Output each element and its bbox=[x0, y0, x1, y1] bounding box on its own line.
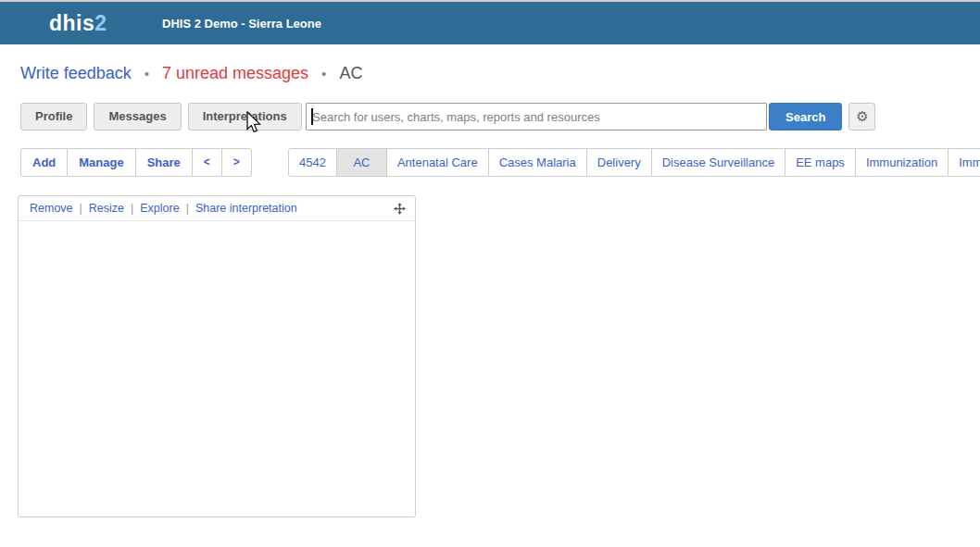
interpretations-button[interactable]: Interpretations bbox=[188, 103, 302, 131]
widget-resize-link[interactable]: Resize bbox=[89, 202, 124, 215]
separator-bullet: • bbox=[321, 66, 326, 81]
tab-delivery[interactable]: Delivery bbox=[587, 148, 652, 177]
logo-text-main: dhis bbox=[49, 11, 94, 35]
search-group: Search ⚙ bbox=[306, 103, 875, 131]
profile-button-group: Profile Messages Interpretations bbox=[20, 103, 302, 131]
logo-text-accent: 2 bbox=[94, 11, 107, 35]
tab-immu-truncated[interactable]: Immu bbox=[949, 148, 980, 177]
move-icon[interactable] bbox=[394, 203, 406, 215]
tab-ac-active[interactable]: AC bbox=[337, 148, 387, 177]
text-caret bbox=[311, 108, 313, 125]
widget-link-separator: | bbox=[186, 202, 189, 215]
tab-immunization[interactable]: Immunization bbox=[856, 148, 949, 177]
tab-ee-maps[interactable]: EE maps bbox=[785, 148, 856, 177]
gear-button[interactable]: ⚙ bbox=[848, 103, 875, 131]
app-header: dhis2 DHIS 2 Demo - Sierra Leone bbox=[0, 2, 980, 44]
add-dashboard-button[interactable]: Add bbox=[20, 148, 68, 177]
gear-icon: ⚙ bbox=[856, 108, 868, 124]
dashboard-widget: Remove | Resize | Explore | Share interp… bbox=[18, 195, 416, 517]
widget-remove-link[interactable]: Remove bbox=[30, 202, 73, 215]
share-dashboard-button[interactable]: Share bbox=[136, 148, 193, 177]
write-feedback-link[interactable]: Write feedback bbox=[20, 64, 132, 83]
separator-bullet: • bbox=[144, 66, 149, 81]
widget-link-separator: | bbox=[80, 202, 82, 215]
dashboard-action-group: Add Manage Share < > bbox=[20, 148, 252, 177]
dhis2-logo[interactable]: dhis2 bbox=[49, 11, 107, 36]
search-button[interactable]: Search bbox=[769, 103, 842, 131]
dashboard-tab-strip: 4542 AC Antenatal Care Cases Malaria Del… bbox=[288, 148, 980, 177]
search-input[interactable] bbox=[306, 103, 767, 131]
widget-explore-link[interactable]: Explore bbox=[140, 202, 179, 215]
manage-dashboard-button[interactable]: Manage bbox=[68, 148, 135, 177]
tab-cases-malaria[interactable]: Cases Malaria bbox=[489, 148, 587, 177]
messages-button[interactable]: Messages bbox=[94, 103, 181, 131]
current-user-label: AC bbox=[339, 64, 362, 83]
widget-content-empty bbox=[19, 221, 415, 516]
scroll-tabs-right-button[interactable]: > bbox=[222, 148, 252, 177]
dashboard-bar: Add Manage Share < > 4542 AC Antenatal C… bbox=[0, 148, 980, 177]
tab-disease-surveillance[interactable]: Disease Surveillance bbox=[652, 148, 785, 177]
scroll-tabs-left-button[interactable]: < bbox=[193, 148, 222, 177]
tab-4542[interactable]: 4542 bbox=[288, 148, 337, 177]
unread-messages-link[interactable]: 7 unread messages bbox=[162, 64, 308, 83]
toolbar-row: Profile Messages Interpretations Search … bbox=[0, 103, 980, 131]
feedback-bar: Write feedback • 7 unread messages • AC bbox=[20, 64, 362, 83]
dhis2-dashboard-page: { "header": { "logo_main": "dhis", "logo… bbox=[0, 0, 980, 547]
profile-button[interactable]: Profile bbox=[20, 103, 87, 131]
app-title: DHIS 2 Demo - Sierra Leone bbox=[162, 17, 321, 31]
widget-link-separator: | bbox=[131, 202, 133, 215]
widget-header: Remove | Resize | Explore | Share interp… bbox=[19, 196, 415, 221]
tab-antenatal-care[interactable]: Antenatal Care bbox=[387, 148, 489, 177]
widget-share-interpretation-link[interactable]: Share interpretation bbox=[195, 202, 297, 215]
